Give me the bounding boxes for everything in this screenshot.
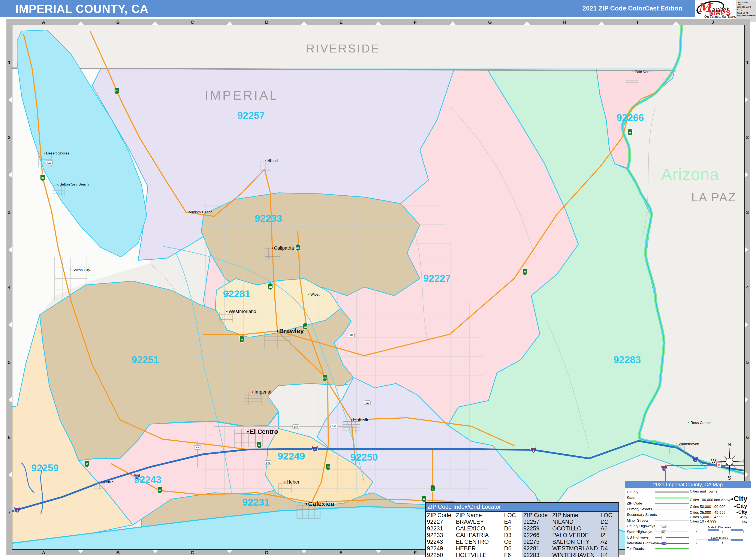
svg-text:Ocotillo: Ocotillo bbox=[101, 480, 114, 484]
svg-text:Palo Verde: Palo Verde bbox=[635, 70, 652, 74]
zip-table-row: 92250HOLTVILLEF6 bbox=[427, 552, 521, 557]
town-imperial: Imperial bbox=[252, 389, 271, 394]
page: IMPERIAL COUNTY, CA 2021 ZIP Code ColorC… bbox=[0, 0, 756, 557]
zip-table-row: 92275SALTON CITYA2 bbox=[523, 538, 617, 545]
legend-shield-icon: 123 bbox=[662, 542, 666, 545]
svg-text:8: 8 bbox=[17, 510, 18, 512]
legend-city-tier: Cities 25,000 - 49,999City bbox=[689, 509, 749, 515]
svg-text:Imperial: Imperial bbox=[255, 389, 271, 394]
zip-label-92250: 92250 bbox=[350, 451, 378, 463]
highway-shield-78: 78 bbox=[239, 336, 244, 343]
zip-label-92231: 92231 bbox=[242, 497, 270, 508]
svg-text:Holtville: Holtville bbox=[353, 417, 370, 422]
zip-table-title: ZIP Code Index/Grid Locator bbox=[426, 503, 618, 511]
legend-shield-icon: 123 bbox=[662, 525, 666, 528]
contact-phone: 1-888-434-MAPS (6277) bbox=[737, 6, 755, 11]
zip-table-col-header: LOC bbox=[601, 512, 615, 519]
town-heber: Heber bbox=[284, 479, 299, 485]
legend-line-samples: CountyStateZIP CodePrimary StreetsSecond… bbox=[625, 488, 689, 552]
svg-text:S31: S31 bbox=[266, 462, 270, 464]
highway-shield-7: 7 bbox=[430, 485, 435, 492]
ruler-left: 1234567 bbox=[6, 19, 12, 555]
map-canvas: 8686111111111115115115787878989898788888… bbox=[12, 25, 745, 550]
grid-row-7: 7 bbox=[8, 510, 10, 515]
highway-shield-115: 115 bbox=[295, 244, 300, 251]
legend-city-tier: Cities 10 - 4,999City bbox=[689, 519, 749, 524]
zip-table-row: 92231CALEXICOD6 bbox=[427, 525, 521, 532]
svg-text:W: W bbox=[711, 458, 716, 464]
grid-row-2: 2 bbox=[746, 135, 749, 140]
zip-table-col-header: ZIP Code bbox=[523, 512, 552, 519]
town-westmorland: Westmorland bbox=[226, 309, 256, 314]
grid-col-C: C bbox=[191, 20, 194, 25]
svg-text:Salton Sea Beach: Salton Sea Beach bbox=[60, 182, 89, 186]
zip-table-row: 92227BRAWLEYE4 bbox=[427, 519, 521, 525]
grid-row-6: 6 bbox=[746, 435, 749, 440]
svg-text:98: 98 bbox=[85, 463, 88, 466]
region-label-la-paz: LA PAZ bbox=[691, 190, 736, 204]
zip-table-col-header: ZIP Code bbox=[427, 512, 456, 519]
grid-col-B: B bbox=[116, 550, 120, 556]
zip-table-header-row: ZIP CodeZIP NameLOC bbox=[523, 512, 617, 519]
zip-table-left: ZIP CodeZIP NameLOC92227BRAWLEYE492231CA… bbox=[426, 511, 522, 557]
svg-text:111: 111 bbox=[269, 286, 272, 288]
legend-title: 2021 Imperial County, CA Map bbox=[625, 481, 751, 488]
logo-contact-box: CALL US TOLL FREE! 1-888-434-MAPS (6277)… bbox=[736, 0, 756, 22]
zip-table-col-header: LOC bbox=[504, 512, 519, 519]
svg-text:98: 98 bbox=[423, 498, 426, 501]
svg-text:Wiest: Wiest bbox=[311, 292, 320, 296]
legend-row: County bbox=[627, 489, 689, 495]
zip-table-row: 92257NILANDD2 bbox=[523, 519, 617, 525]
grid-col-H: H bbox=[562, 20, 566, 25]
svg-text:8: 8 bbox=[314, 449, 315, 451]
ruler-top: ABCDEFGHIJ bbox=[6, 19, 750, 25]
svg-text:Bombay Beach: Bombay Beach bbox=[188, 210, 212, 214]
town-palo-verde: Palo Verde bbox=[633, 70, 653, 74]
grid-col-A: A bbox=[42, 550, 46, 556]
zip-index-table: ZIP Code Index/Grid Locator ZIP CodeZIP … bbox=[425, 502, 619, 557]
zip-table-col-header: ZIP Name bbox=[456, 512, 504, 519]
svg-text:Winterhaven: Winterhaven bbox=[679, 442, 699, 446]
svg-text:115: 115 bbox=[323, 377, 327, 380]
grid-col-J: J bbox=[711, 20, 714, 25]
zip-table-row: 92266PALO VERDEI2 bbox=[523, 532, 617, 538]
highway-shield-S29: S29 bbox=[194, 445, 201, 449]
town-winterhaven: Winterhaven bbox=[676, 442, 699, 446]
town-bombay-beach: Bombay Beach bbox=[185, 210, 212, 214]
svg-text:S32: S32 bbox=[332, 425, 336, 428]
contact-email: mapsales@MarketMAPS.com bbox=[737, 14, 755, 17]
scale-bar: Scale in Miles03 bbox=[696, 536, 743, 544]
legend-row: State bbox=[627, 495, 689, 501]
svg-text:Heber: Heber bbox=[287, 479, 299, 485]
grid-col-G: G bbox=[488, 20, 492, 25]
zip-table-row: 92233CALIPATRIAD3 bbox=[427, 532, 521, 538]
region-label-riverside: RIVERSIDE bbox=[306, 42, 380, 55]
zip-label-92259: 92259 bbox=[31, 462, 59, 473]
map-frame: 8686111111111115115115787878989898788888… bbox=[6, 19, 750, 555]
highway-shield-S22: S22 bbox=[46, 161, 53, 165]
grid-row-4: 4 bbox=[8, 285, 10, 290]
legend-row: Toll Roads bbox=[627, 546, 689, 552]
logo-tagline: On Target. On Time. bbox=[704, 15, 736, 18]
map-legend: 2021 Imperial County, CA Map CountyState… bbox=[625, 481, 751, 555]
svg-text:8: 8 bbox=[695, 460, 696, 462]
svg-text:98: 98 bbox=[158, 489, 161, 492]
county-map: 8686111111111115115115787878989898788888… bbox=[12, 25, 745, 550]
highway-shield-S33: S33 bbox=[364, 401, 371, 405]
legend-row: Primary Streets bbox=[627, 506, 689, 512]
svg-text:7: 7 bbox=[432, 488, 433, 490]
region-label-arizona: Arizona bbox=[661, 165, 719, 183]
edition-label: 2021 ZIP Code ColorCast Edition bbox=[582, 5, 682, 12]
grid-col-D: D bbox=[265, 550, 268, 556]
grid-row-1: 1 bbox=[8, 60, 10, 65]
svg-text:S: S bbox=[728, 475, 731, 481]
svg-text:78: 78 bbox=[629, 131, 631, 134]
grid-row-5: 5 bbox=[8, 360, 10, 365]
zip-label-92249: 92249 bbox=[278, 450, 305, 462]
zip-label-92243: 92243 bbox=[134, 474, 162, 485]
legend-row: US Highways123 bbox=[627, 535, 689, 540]
grid-col-F: F bbox=[414, 550, 417, 556]
town-el-centro: El Centro bbox=[247, 428, 278, 435]
legend-city-tier: Cities 100,000 and AboveCity bbox=[689, 494, 749, 503]
contact-call: CALL US TOLL FREE! bbox=[737, 1, 755, 6]
